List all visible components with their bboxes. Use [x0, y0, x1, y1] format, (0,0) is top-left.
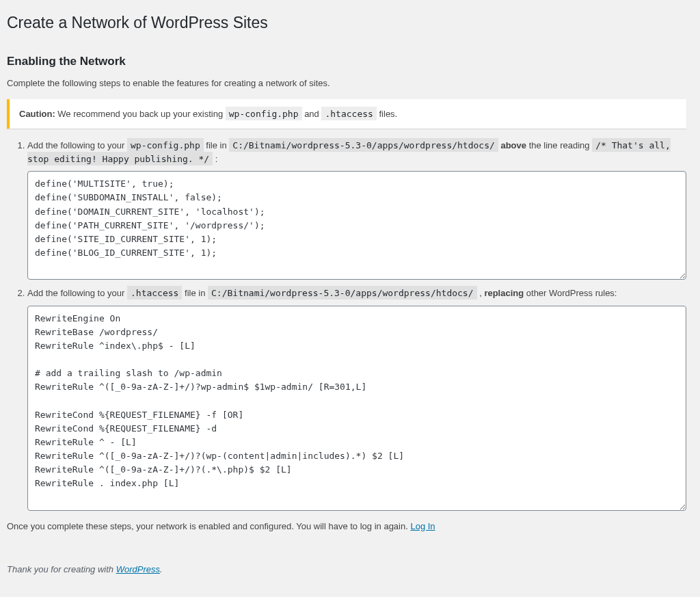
caution-before: We recommend you back up your existing — [55, 109, 226, 119]
step1-pre: Add the following to your — [27, 140, 127, 150]
step-1: Add the following to your wp-config.php … — [27, 139, 686, 280]
caution-and: and — [302, 109, 322, 119]
footer-thanks: Thank you for creating with — [7, 564, 116, 574]
step2-code1: .htaccess — [127, 286, 182, 300]
login-link[interactable]: Log In — [410, 521, 435, 531]
step2-mid1: file in — [182, 288, 208, 298]
step2-mid2: , — [477, 288, 485, 298]
wp-config-code: wp-config.php — [226, 107, 302, 120]
wp-config-textarea[interactable] — [27, 171, 686, 280]
caution-notice: Caution: We recommend you back up your e… — [7, 99, 686, 129]
step1-mid3: the line reading — [526, 140, 592, 150]
page-title: Create a Network of WordPress Sites — [7, 7, 686, 36]
step1-mid1: file in — [204, 140, 230, 150]
caution-text: Caution: We recommend you back up your e… — [18, 106, 678, 122]
step1-colon: : — [213, 154, 217, 164]
step1-code1: wp-config.php — [127, 138, 204, 152]
step2-after: other WordPress rules: — [524, 288, 617, 298]
intro-text: Complete the following steps to enable t… — [7, 77, 686, 90]
htaccess-code: .htaccess — [321, 107, 376, 120]
wordpress-link[interactable]: WordPress — [116, 564, 160, 574]
outro-text: Once you complete these steps, your netw… — [7, 520, 686, 533]
caution-after: files. — [377, 109, 397, 119]
step2-replacing: replacing — [484, 288, 524, 298]
page-wrap: Create a Network of WordPress Sites Enab… — [0, 0, 700, 597]
step1-above: above — [500, 140, 526, 150]
footer-period: . — [160, 564, 163, 574]
step2-pre: Add the following to your — [27, 288, 127, 298]
step1-code2: C:/Bitnami/wordpress-5.3-0/apps/wordpres… — [229, 138, 498, 152]
step2-code2: C:/Bitnami/wordpress-5.3-0/apps/wordpres… — [208, 286, 477, 300]
caution-label: Caution: — [19, 109, 55, 119]
footer-text: Thank you for creating with WordPress. — [7, 563, 686, 576]
footer: Thank you for creating with WordPress. — [7, 563, 686, 597]
htaccess-textarea[interactable] — [27, 306, 686, 511]
steps-list: Add the following to your wp-config.php … — [7, 139, 686, 510]
outro-msg: Once you complete these steps, your netw… — [7, 521, 410, 531]
section-heading: Enabling the Network — [7, 55, 686, 68]
step-2: Add the following to your .htaccess file… — [27, 287, 686, 510]
